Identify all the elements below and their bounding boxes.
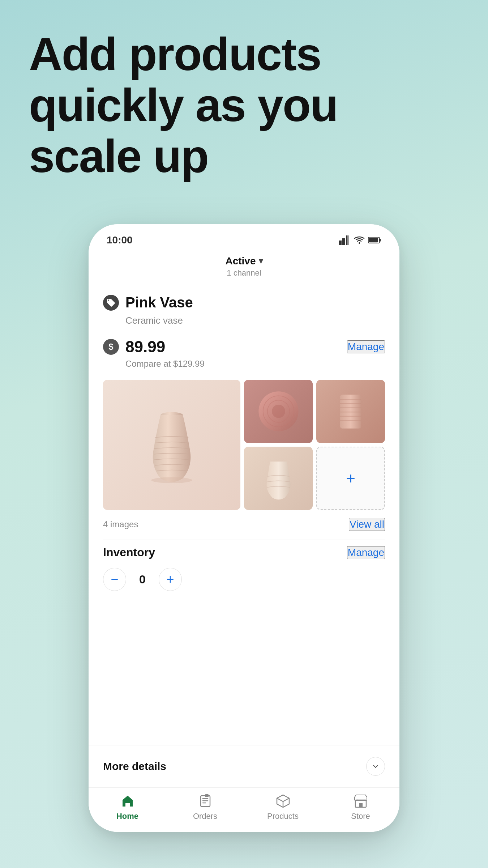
active-channel-bar[interactable]: Active ▾ 1 channel [89,250,399,284]
svg-rect-6 [369,238,378,243]
vase-svg [117,393,227,497]
view-all-button[interactable]: View all [349,518,385,531]
hero-section: Add products quickly as you scale up [29,29,459,182]
chevron-down-icon: ▾ [259,256,263,266]
active-channel-label[interactable]: Active ▾ [225,255,262,267]
svg-rect-17 [340,412,361,412]
wifi-icon [354,236,365,244]
thumb-image-2[interactable] [316,380,385,443]
store-icon [353,793,368,809]
svg-rect-21 [205,794,209,797]
inventory-manage-button[interactable]: Manage [347,546,385,559]
svg-rect-14 [340,399,361,400]
more-details-label: More details [103,760,166,773]
hero-title-line1: Add products [29,29,459,80]
svg-rect-19 [340,420,361,421]
inventory-header: Inventory Manage [103,546,385,559]
tag-icon [103,295,119,311]
product-description: Ceramic vase [103,314,385,335]
thumb-image-1[interactable] [244,380,313,443]
svg-marker-1 [342,238,345,245]
nav-item-orders[interactable]: Orders [184,793,227,821]
more-details-bar[interactable]: More details [89,745,399,787]
compare-price: Compare at $129.99 [103,357,385,376]
thumb-white-svg [254,453,303,504]
nav-item-store[interactable]: Store [339,793,382,821]
dollar-icon: $ [103,339,119,355]
hero-title-line2: quickly as you [29,80,459,131]
images-grid: + [103,380,385,510]
inventory-section: Inventory Manage − 0 + [103,540,385,597]
svg-rect-5 [380,239,381,241]
product-content: Pink Vase Ceramic vase $ 89.99 Manage Co… [89,284,399,745]
status-icons [339,235,381,245]
product-name-row: Pink Vase [103,284,385,314]
channel-count: 1 channel [227,268,261,278]
main-product-image[interactable] [103,380,240,510]
add-image-icon: + [346,469,355,488]
svg-point-12 [272,405,285,418]
manage-price-button[interactable]: Manage [347,340,385,353]
phone-mockup: 10:00 [89,224,399,832]
inventory-title: Inventory [103,546,155,559]
product-name: Pink Vase [125,294,193,311]
status-bar: 10:00 [89,224,399,250]
tag-svg [106,298,116,307]
svg-rect-16 [340,407,361,408]
chevron-icon [372,763,379,770]
svg-marker-3 [347,235,350,245]
thumb-cup-svg [330,386,371,437]
thumb-vase-svg [254,389,303,434]
battery-icon [368,237,381,244]
increment-button[interactable]: + [159,568,182,591]
price-row: $ 89.99 Manage [103,335,385,357]
svg-rect-15 [340,403,361,404]
add-image-placeholder[interactable]: + [316,447,385,510]
hero-title-line3: scale up [29,131,459,182]
decrement-button[interactable]: − [103,568,126,591]
orders-icon [198,793,213,809]
images-footer: 4 images View all [103,514,385,540]
svg-rect-23 [359,803,363,807]
svg-marker-0 [339,241,342,245]
home-icon [120,793,135,809]
svg-point-8 [151,477,192,483]
nav-item-home[interactable]: Home [106,793,149,821]
nav-label-products: Products [267,812,299,821]
inventory-stepper: − 0 + [103,568,385,591]
signal-icon [339,235,350,245]
nav-label-home: Home [116,812,138,821]
phone-frame: 10:00 [89,224,399,832]
quantity-value: 0 [133,573,151,586]
nav-label-store: Store [351,812,370,821]
nav-label-orders: Orders [193,812,217,821]
price-left: $ 89.99 [103,338,165,356]
more-details-chevron[interactable] [366,757,385,776]
products-icon [275,793,291,809]
thumb-image-3[interactable] [244,447,313,510]
bottom-nav: Home Orders Prod [89,787,399,832]
svg-rect-18 [340,416,361,416]
images-count: 4 images [103,519,138,529]
price-value: 89.99 [125,338,165,356]
nav-item-products[interactable]: Products [261,793,305,821]
active-label-text: Active [225,255,256,267]
status-time: 10:00 [107,234,133,246]
